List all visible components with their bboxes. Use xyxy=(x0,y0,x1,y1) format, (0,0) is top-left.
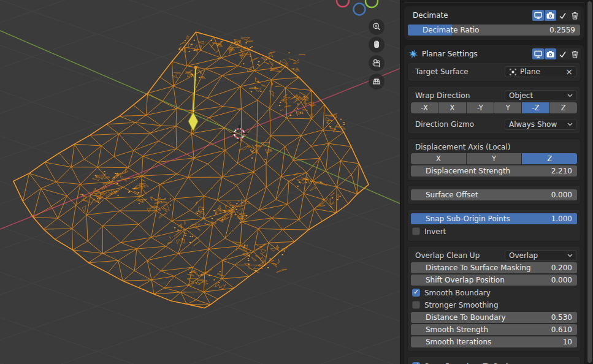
shift-overlap-slider[interactable]: Shift Overlap Position 0.000 xyxy=(411,275,577,286)
direction-gizmo-dropdown[interactable]: Always Show xyxy=(505,119,577,130)
displacement-strength-slider[interactable]: Displacement Strength 2.210 xyxy=(411,165,577,176)
axis-gizmo xyxy=(337,0,378,15)
smooth-strength-slider[interactable]: Smooth Strength 0.610 xyxy=(411,324,577,335)
direction-gizmo-label: Direction Gizmo xyxy=(411,120,505,129)
decimated-mesh xyxy=(13,32,369,308)
planar-realtime-display-button[interactable] xyxy=(532,48,544,59)
clear-target-button[interactable]: × xyxy=(565,67,573,76)
grid-icon xyxy=(370,75,383,88)
smooth-iterations-value: 10 xyxy=(563,338,577,346)
wrap-axis-y-button[interactable]: Y xyxy=(494,102,521,113)
decimate-panel-title: Decimate xyxy=(413,11,448,20)
viewport-canvas[interactable] xyxy=(0,0,400,364)
distance-surface-masking-value: 0.200 xyxy=(551,264,577,272)
smooth-strength-value: 0.610 xyxy=(551,325,577,334)
decimate-render-button[interactable] xyxy=(545,10,556,21)
decimate-ratio-value: 0.2559 xyxy=(549,26,580,34)
smooth-boundary-label: Smooth Boundary xyxy=(424,289,491,297)
chevron-down-icon xyxy=(567,254,573,257)
distance-surface-masking-label: Distance To Surface Masking xyxy=(411,264,551,272)
wrap-axis-z-button[interactable]: Z xyxy=(550,102,577,113)
smooth-boundary-checkbox[interactable] xyxy=(412,289,420,297)
wrap-direction-label: Wrap Direction xyxy=(411,91,505,100)
blender-window: Decimate xyxy=(0,0,593,364)
hand-icon xyxy=(370,38,383,51)
planar-settings-title: Planar Settings xyxy=(422,50,478,58)
decimate-ratio-label: Decimate Ratio xyxy=(408,26,549,34)
invert-checkbox[interactable] xyxy=(412,227,420,235)
displacement-box: Displacement Axis (Local) X Y Z Displace… xyxy=(407,138,581,181)
planar-settings-panel: Planar Settings xyxy=(404,45,584,364)
panel-divider xyxy=(404,2,584,2)
distance-boundary-label: Distance To Boundary xyxy=(411,313,551,322)
trash-icon xyxy=(570,50,580,59)
planar-delete-button[interactable] xyxy=(569,48,581,59)
wrap-axis-neg-z-button[interactable]: -Z xyxy=(522,102,549,113)
check-icon xyxy=(558,50,567,59)
shift-overlap-label: Shift Overlap Position xyxy=(411,276,551,284)
snap-sub-origin-value: 1.000 xyxy=(551,214,577,223)
surface-offset-slider[interactable]: Surface Offset 0.000 xyxy=(411,189,577,200)
stronger-smoothing-label: Stronger Smoothing xyxy=(424,301,499,309)
snap-sub-origin-slider[interactable]: Snap Sub-Origin Points 1.000 xyxy=(411,213,577,224)
snap-boundary-label: Snap Boundary To Surface xyxy=(424,362,521,364)
planar-settings-icon xyxy=(408,48,419,59)
target-surface-value: Plane xyxy=(520,67,540,76)
shift-overlap-value: 0.000 xyxy=(551,276,577,284)
wrap-axis-buttons: -X X -Y Y -Z Z xyxy=(411,102,577,113)
smooth-strength-label: Smooth Strength xyxy=(411,325,551,334)
displacement-axis-y-button[interactable]: Y xyxy=(467,153,522,164)
surface-offset-label: Surface Offset xyxy=(411,191,551,199)
planar-render-button[interactable] xyxy=(545,48,556,59)
overlap-cleanup-value: Overlap xyxy=(509,251,538,260)
target-surface-field[interactable]: Plane × xyxy=(505,66,577,77)
overlap-cleanup-dropdown[interactable]: Overlap xyxy=(505,250,577,261)
displacement-axis-z-button[interactable]: Z xyxy=(522,153,577,164)
pan-button[interactable] xyxy=(369,37,384,53)
camera-view-button[interactable] xyxy=(369,55,384,71)
zoom-icon xyxy=(370,20,383,34)
wrap-axis-neg-x-button[interactable]: -X xyxy=(411,102,438,113)
target-surface-label: Target Surface xyxy=(411,67,505,76)
decimate-delete-button[interactable] xyxy=(569,10,581,21)
displacement-strength-label: Displacement Strength xyxy=(411,167,551,175)
displacement-strength-value: 2.210 xyxy=(551,167,577,175)
3d-viewport[interactable] xyxy=(0,0,400,364)
smooth-iterations-slider[interactable]: Smooth Iterations 10 xyxy=(411,336,577,347)
decimate-realtime-display-button[interactable] xyxy=(532,10,544,21)
overlap-cleanup-box: Overlap Clean Up Overlap Distance To Sur… xyxy=(407,246,581,352)
scrollbar-thumb[interactable] xyxy=(587,1,592,363)
wrap-direction-dropdown[interactable]: Object xyxy=(505,90,577,101)
properties-editor: Decimate xyxy=(400,0,593,364)
chevron-down-icon xyxy=(567,94,573,97)
monitor-icon xyxy=(534,50,543,59)
decimate-apply-check-button[interactable] xyxy=(557,10,568,21)
snap-boundary-box: Snap Boundary To Surface Boundary Mask P… xyxy=(407,356,581,364)
render-camera-icon xyxy=(546,11,555,20)
stronger-smoothing-checkbox[interactable] xyxy=(412,301,420,309)
zoom-button[interactable] xyxy=(369,19,384,35)
displacement-axis-x-button[interactable]: X xyxy=(411,153,466,164)
direction-gizmo-value: Always Show xyxy=(509,120,557,129)
wrap-axis-x-button[interactable]: X xyxy=(438,102,465,113)
toggle-perspective-button[interactable] xyxy=(369,74,384,89)
displacement-axis-buttons: X Y Z xyxy=(411,153,577,164)
render-camera-icon xyxy=(546,50,555,59)
chevron-down-icon xyxy=(567,123,573,126)
planar-apply-check-button[interactable] xyxy=(557,48,568,59)
wrap-axis-neg-y-button[interactable]: -Y xyxy=(467,102,494,113)
decimate-ratio-slider[interactable]: Decimate Ratio 0.2559 xyxy=(408,25,580,36)
target-surface-box: Target Surface Plane × xyxy=(407,62,581,82)
decimate-panel: Decimate xyxy=(404,6,584,40)
wrap-direction-value: Object xyxy=(509,91,533,100)
invert-label: Invert xyxy=(424,227,446,236)
distance-surface-masking-slider[interactable]: Distance To Surface Masking 0.200 xyxy=(411,262,577,273)
snap-sub-origin-label: Snap Sub-Origin Points xyxy=(411,214,551,223)
object-data-icon xyxy=(509,68,517,76)
trash-icon xyxy=(570,11,580,20)
snap-sub-origin-box: Snap Sub-Origin Points 1.000 Invert xyxy=(407,209,581,241)
panel-scrollbar[interactable] xyxy=(587,0,592,364)
distance-boundary-slider[interactable]: Distance To Boundary 0.530 xyxy=(411,312,577,323)
check-icon xyxy=(558,11,567,20)
surface-offset-box: Surface Offset 0.000 xyxy=(407,185,581,205)
